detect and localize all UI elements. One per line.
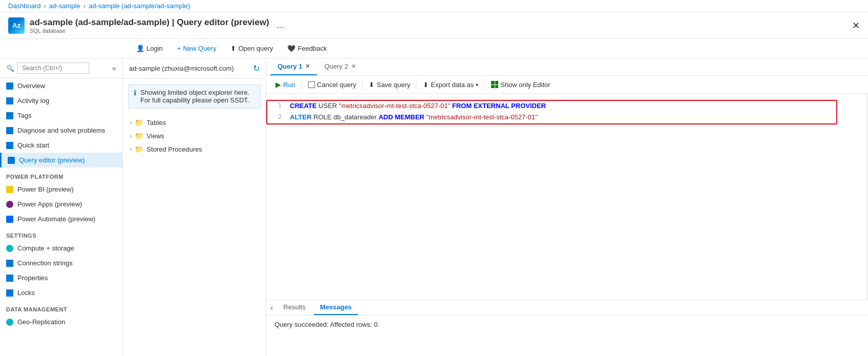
- divider3: [416, 79, 417, 90]
- content-area: ad-sample (zhuxia@microsoft.com) ↻ ℹ Sho…: [123, 58, 868, 356]
- save-query-button[interactable]: ⬇ Save query: [366, 79, 413, 91]
- save-icon: ⬇: [369, 81, 374, 89]
- section-data-management: Data management: [0, 300, 122, 315]
- tab-query1-close[interactable]: ✕: [305, 63, 310, 70]
- code-editor[interactable]: 1 CREATE USER "metricsadvisor-mt-test-st…: [266, 94, 868, 300]
- tree-chevron-sp: ›: [130, 146, 132, 152]
- login-icon: 👤: [136, 45, 144, 52]
- run-icon: ▶: [276, 80, 281, 89]
- feedback-button[interactable]: 🖤 Feedback: [284, 43, 330, 54]
- sidebar-label-powerapps: Power Apps (preview): [17, 200, 82, 208]
- sidebar-label-overview: Overview: [17, 82, 45, 90]
- sidebar-item-powerautomate[interactable]: Power Automate (preview): [0, 212, 122, 226]
- sidebar-item-quickstart[interactable]: Quick start: [0, 138, 122, 153]
- sidebar-item-powerbi[interactable]: Power BI (preview): [0, 182, 122, 197]
- sidebar-item-activity-log[interactable]: Activity log: [0, 93, 122, 108]
- tree-item-views[interactable]: › 📁 Views: [123, 129, 266, 142]
- new-query-button[interactable]: + New Query: [174, 43, 220, 54]
- query-panel: Query 1 ✕ Query 2 ✕ ▶ Run: [266, 58, 868, 356]
- sidebar-search-row: 🔍 «: [0, 58, 122, 78]
- line-num-2: 2: [267, 112, 288, 120]
- sidebar-item-powerapps[interactable]: Power Apps (preview): [0, 197, 122, 212]
- breadcrumb-dashboard[interactable]: Dashboard: [8, 2, 41, 10]
- tree-item-stored-procedures[interactable]: › 📁 Stored Procedures: [123, 142, 266, 156]
- tab-results-label: Results: [283, 303, 305, 311]
- divider4: [484, 79, 485, 90]
- oe-header: ad-sample (zhuxia@microsoft.com) ↻: [123, 58, 266, 79]
- powerautomate-icon: [6, 216, 13, 223]
- cancel-label: Cancel query: [317, 81, 356, 89]
- run-label: Run: [283, 81, 295, 89]
- breadcrumb-sep2: ›: [83, 2, 86, 10]
- compute-icon: [6, 245, 13, 252]
- section-power-platform: Power Platform: [0, 167, 122, 182]
- sidebar-item-diagnose[interactable]: Diagnose and solve problems: [0, 123, 122, 138]
- cancel-checkbox-icon: [308, 81, 315, 88]
- geo-icon: [6, 319, 13, 326]
- tree-chevron-views: ›: [130, 133, 132, 139]
- code-block: 1 CREATE USER "metricsadvisor-mt-test-st…: [266, 100, 837, 124]
- section-settings: Settings: [0, 226, 122, 241]
- breadcrumb-adsample[interactable]: ad-sample: [49, 2, 80, 10]
- powerapps-icon: [6, 201, 13, 208]
- tab-query2-close[interactable]: ✕: [351, 63, 356, 70]
- title-group: ad-sample (ad-sample/ad-sample) | Query …: [30, 17, 269, 34]
- oe-info-box: ℹ Showing limited object explorer here. …: [128, 84, 261, 109]
- activity-log-icon: [6, 97, 13, 104]
- run-button[interactable]: ▶ Run: [272, 78, 299, 91]
- sidebar-item-query-editor[interactable]: Query editor (preview): [0, 153, 122, 167]
- cancel-query-button[interactable]: Cancel query: [305, 79, 359, 91]
- sidebar-item-properties[interactable]: Properties: [0, 270, 122, 285]
- vertical-scrollbar[interactable]: [866, 94, 868, 300]
- sidebar-item-compute[interactable]: Compute + storage: [0, 241, 122, 256]
- show-only-editor-button[interactable]: Show only Editor: [488, 79, 554, 91]
- tab-results[interactable]: Results: [277, 300, 311, 315]
- diagnose-icon: [6, 127, 13, 134]
- main-layout: 🔍 « Overview Activity log Tags Diagnose …: [0, 58, 868, 356]
- export-label: Export data as: [431, 81, 474, 89]
- sidebar-item-tags[interactable]: Tags: [0, 108, 122, 123]
- split-layout: ad-sample (zhuxia@microsoft.com) ↻ ℹ Sho…: [123, 58, 868, 356]
- collapse-sidebar-icon[interactable]: «: [112, 64, 116, 72]
- tab-messages[interactable]: Messages: [314, 300, 358, 315]
- export-button[interactable]: ⬇ Export data as ▾: [420, 79, 481, 91]
- info-icon: ℹ: [134, 89, 136, 104]
- search-input[interactable]: [17, 62, 89, 74]
- divider1: [302, 79, 302, 90]
- open-query-button[interactable]: ⬆ Open query: [227, 43, 276, 54]
- sidebar-label-powerautomate: Power Automate (preview): [17, 215, 95, 223]
- sidebar-label-tags: Tags: [17, 112, 31, 119]
- close-button[interactable]: ✕: [852, 20, 860, 31]
- tab-query1-label: Query 1: [278, 62, 302, 70]
- open-query-icon: ⬆: [230, 45, 236, 52]
- breadcrumb-full[interactable]: ad-sample (ad-sample/ad-sample): [89, 2, 190, 10]
- show-editor-icon: [491, 81, 498, 88]
- search-icon: 🔍: [6, 65, 14, 72]
- oe-connection-string: ad-sample (zhuxia@microsoft.com): [129, 65, 234, 72]
- collapse-results-button[interactable]: ‹: [270, 303, 273, 312]
- query-tabs: Query 1 ✕ Query 2 ✕: [266, 58, 868, 76]
- oe-tree: › 📁 Tables › 📁 Views › 📁 Stored Procedur…: [123, 114, 266, 356]
- sidebar-item-overview[interactable]: Overview: [0, 78, 122, 93]
- tree-folder-tables: 📁: [135, 118, 143, 127]
- tab-query2[interactable]: Query 2 ✕: [317, 58, 363, 75]
- page-subtitle: SQL database: [30, 28, 269, 34]
- query-toolbar: ▶ Run Cancel query ⬇ Save query: [266, 76, 868, 94]
- login-button[interactable]: 👤 Login: [133, 43, 166, 54]
- sidebar-label-diagnose: Diagnose and solve problems: [17, 127, 105, 134]
- sidebar-item-connection[interactable]: Connection strings: [0, 256, 122, 270]
- oe-refresh-button[interactable]: ↻: [253, 64, 260, 73]
- connection-icon: [6, 260, 13, 267]
- export-icon: ⬇: [423, 81, 429, 89]
- title-ellipsis[interactable]: ...: [277, 20, 284, 31]
- sidebar-item-locks[interactable]: Locks: [0, 285, 122, 300]
- app-logo: Az: [8, 17, 25, 34]
- tags-icon: [6, 112, 13, 119]
- page-title: ad-sample (ad-sample/ad-sample) | Query …: [30, 17, 269, 28]
- tree-label-views: Views: [146, 132, 164, 140]
- tree-item-tables[interactable]: › 📁 Tables: [123, 116, 266, 129]
- tab-query1[interactable]: Query 1 ✕: [270, 58, 317, 75]
- query-editor-icon: [8, 157, 15, 164]
- sidebar-item-geo[interactable]: Geo-Replication: [0, 315, 122, 329]
- powerbi-icon: [6, 186, 13, 193]
